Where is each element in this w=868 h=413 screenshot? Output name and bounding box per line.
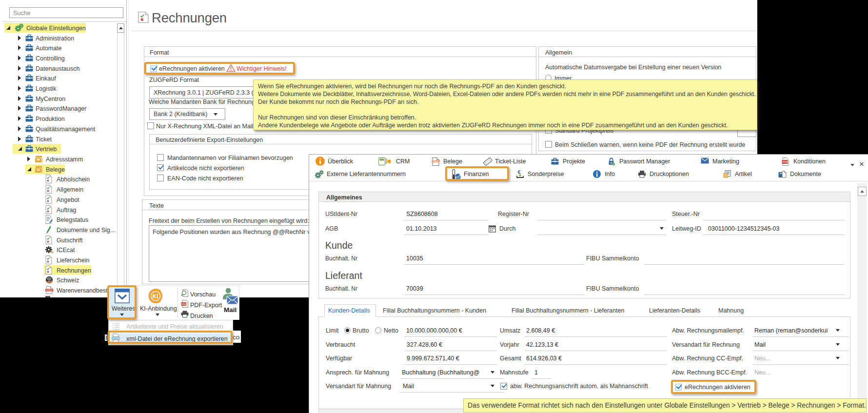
svg-text:KI: KI — [153, 293, 158, 300]
svg-text:PDF: PDF — [182, 303, 187, 306]
svg-text:PDF: PDF — [783, 160, 789, 163]
